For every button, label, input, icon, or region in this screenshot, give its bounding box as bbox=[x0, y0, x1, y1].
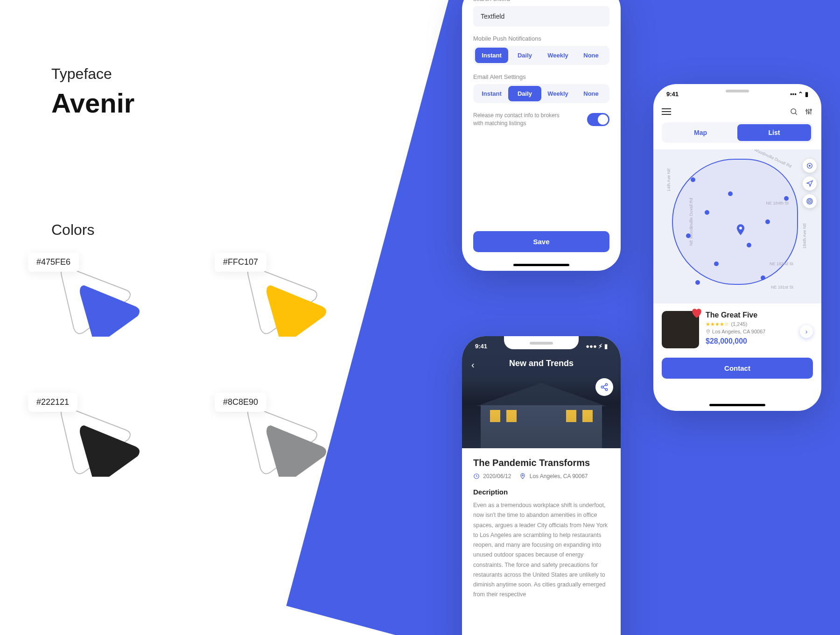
svg-point-14 bbox=[810, 109, 812, 111]
svg-point-20 bbox=[809, 201, 810, 201]
article-phone: 9:41●●● ⚡︎ ▮ ‹ New and Trends The Pandem… bbox=[462, 336, 621, 635]
star-icon: ★★★★☆ bbox=[706, 321, 729, 327]
svg-line-8 bbox=[795, 113, 797, 115]
save-button[interactable]: Save bbox=[473, 231, 609, 252]
svg-point-21 bbox=[708, 331, 709, 332]
tab-list[interactable]: List bbox=[737, 124, 811, 141]
description-heading: Decription bbox=[473, 488, 609, 496]
tab-map[interactable]: Map bbox=[664, 124, 737, 141]
radar-icon[interactable] bbox=[803, 194, 817, 208]
nav-title: New and Trends bbox=[462, 359, 621, 368]
article-date: 2020/06/12 bbox=[483, 473, 511, 480]
seg-weekly[interactable]: Weekly bbox=[541, 86, 574, 101]
settings-phone: search critera Textfield Mobile Push Not… bbox=[462, 0, 621, 271]
svg-point-15 bbox=[739, 227, 742, 230]
svg-point-0 bbox=[605, 384, 608, 386]
color-swatch: #475FE6 bbox=[51, 257, 145, 341]
listing-title: The Great Five bbox=[706, 311, 765, 319]
seg-instant[interactable]: Instant bbox=[475, 48, 508, 63]
contact-button[interactable]: Contact bbox=[662, 358, 813, 379]
clock-icon bbox=[473, 473, 480, 480]
listing-card[interactable]: The Great Five ★★★★☆ (1,245) Los Angeles… bbox=[662, 311, 813, 348]
seg-none[interactable]: None bbox=[574, 86, 608, 101]
svg-point-12 bbox=[806, 110, 807, 111]
typeface-label: Typeface bbox=[51, 65, 331, 83]
navigate-icon[interactable] bbox=[803, 176, 817, 190]
road-label: NE 184th St bbox=[766, 201, 789, 205]
status-icons: ●●● ⚡︎ ▮ bbox=[586, 343, 608, 350]
listing-location: Los Angeles, CA 90067 bbox=[712, 329, 765, 334]
status-time: 9:41 bbox=[475, 343, 487, 350]
road-label: NE 181st St bbox=[771, 285, 793, 289]
push-label: Mobile Push Notifications bbox=[473, 35, 609, 42]
color-hex: #475FE6 bbox=[28, 253, 79, 272]
svg-point-6 bbox=[522, 475, 524, 476]
release-toggle[interactable] bbox=[587, 113, 609, 126]
locate-icon[interactable] bbox=[803, 159, 817, 173]
color-swatch: #222121 bbox=[51, 397, 145, 481]
push-segmented: Instant Daily Weekly None bbox=[473, 46, 609, 65]
colors-heading: Colors bbox=[51, 221, 331, 239]
map-pin-icon bbox=[734, 223, 747, 238]
article-body: Even as a tremendous workplace shift is … bbox=[473, 501, 609, 600]
seg-daily[interactable]: Daily bbox=[508, 48, 541, 63]
search-icon[interactable] bbox=[790, 107, 798, 116]
color-swatch: #FFC107 bbox=[238, 257, 331, 341]
seg-weekly[interactable]: Weekly bbox=[541, 48, 574, 63]
svg-point-7 bbox=[791, 109, 796, 114]
svg-point-1 bbox=[601, 386, 603, 388]
email-segmented: Instant Daily Weekly None bbox=[473, 84, 609, 103]
color-hex: #8C8E90 bbox=[215, 393, 266, 412]
road-label: NE Woodinville Duvall Rd bbox=[689, 198, 693, 246]
road-label: NE 182nd St bbox=[770, 261, 793, 266]
listing-thumb bbox=[662, 311, 699, 348]
svg-point-17 bbox=[809, 165, 811, 167]
svg-point-2 bbox=[605, 388, 608, 391]
seg-instant[interactable]: Instant bbox=[475, 86, 508, 101]
pin-icon bbox=[519, 473, 526, 480]
share-icon[interactable] bbox=[595, 378, 613, 396]
textfield-input[interactable]: Textfield bbox=[473, 6, 609, 27]
color-hex: #222121 bbox=[28, 393, 77, 412]
status-icons: ▪▪▪ ⌃ ▮ bbox=[790, 91, 808, 98]
review-count: (1,245) bbox=[731, 321, 747, 327]
article-location: Los Angeles, CA 90067 bbox=[530, 473, 588, 480]
color-hex: #FFC107 bbox=[215, 253, 266, 272]
map-phone: 9:41▪▪▪ ⌃ ▮ Map List NE Woodinville Duva… bbox=[653, 84, 821, 411]
svg-line-3 bbox=[603, 385, 605, 387]
seg-none[interactable]: None bbox=[574, 48, 608, 63]
svg-point-13 bbox=[808, 112, 810, 113]
heart-icon[interactable] bbox=[691, 307, 703, 319]
pin-icon bbox=[706, 329, 711, 334]
svg-line-4 bbox=[603, 388, 605, 389]
filter-icon[interactable] bbox=[805, 107, 813, 116]
chevron-right-icon[interactable]: › bbox=[800, 325, 813, 338]
status-time: 9:41 bbox=[666, 91, 679, 98]
road-label: 14th Ave NE bbox=[666, 168, 671, 191]
article-title: The Pandemic Transforms bbox=[473, 458, 609, 468]
search-criteria-label: search critera bbox=[473, 0, 609, 2]
map-view[interactable]: NE Woodinville Duvall Rd NE Woodinville … bbox=[653, 149, 821, 303]
menu-icon[interactable] bbox=[662, 108, 671, 115]
typeface-name: Avenir bbox=[51, 87, 331, 119]
listing-price: $28,000,000 bbox=[706, 337, 765, 346]
email-label: Email Alert Settings bbox=[473, 73, 609, 80]
release-label: Release my contact info to brokers with … bbox=[473, 112, 567, 127]
color-swatch: #8C8E90 bbox=[238, 397, 331, 481]
road-label: 184th Ave NE bbox=[803, 223, 807, 249]
seg-daily[interactable]: Daily bbox=[508, 86, 541, 101]
